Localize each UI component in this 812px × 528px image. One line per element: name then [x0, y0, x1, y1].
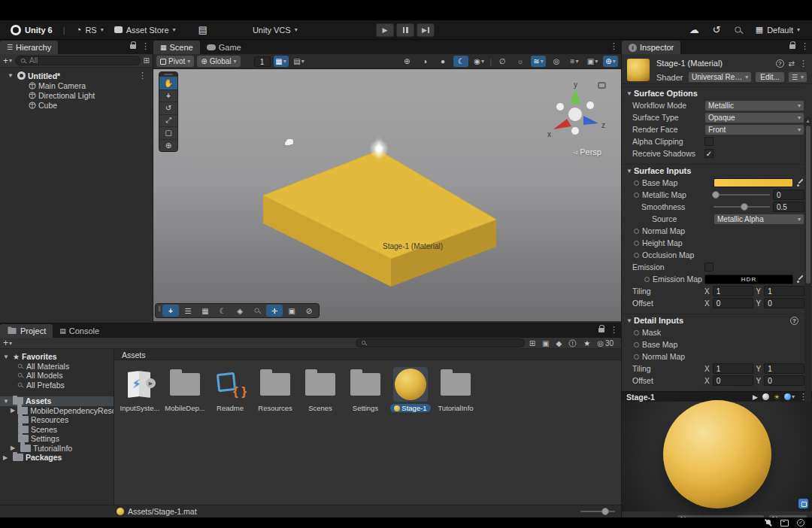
- camera-overlay-icon[interactable]: ▣: [283, 305, 300, 317]
- hierarchy-item-cube[interactable]: Cube: [0, 100, 153, 110]
- cloud-icon[interactable]: ☁: [689, 24, 699, 35]
- lighting-toggle-icon[interactable]: ☾: [453, 56, 468, 67]
- kebab-menu-icon[interactable]: ⋮: [610, 41, 618, 51]
- lock-icon[interactable]: [130, 44, 136, 49]
- hierarchy-search-input[interactable]: All: [15, 56, 141, 65]
- detail-offset-y-field[interactable]: 0: [764, 375, 804, 386]
- presets-icon[interactable]: ⇄: [789, 59, 795, 68]
- tab-project[interactable]: Project: [0, 324, 53, 338]
- asset-folder[interactable]: Scenes: [302, 367, 338, 412]
- window-icon[interactable]: ▤: [198, 24, 208, 35]
- scene-picker-icon[interactable]: ⊞: [144, 56, 150, 65]
- increment-snap-dropdown[interactable]: ▤▾: [292, 56, 307, 67]
- material-preview[interactable]: [622, 402, 812, 511]
- scale-tool-button[interactable]: ⤢: [159, 114, 177, 127]
- tab-hierarchy[interactable]: ☰ Hierarchy: [0, 41, 58, 54]
- layers-overlay-icon[interactable]: ◈: [232, 305, 248, 317]
- asset-stage1-material[interactable]: Stage-1: [392, 367, 429, 412]
- eyedropper-icon[interactable]: [796, 275, 804, 284]
- search-icon[interactable]: [734, 26, 743, 35]
- scene-visibility-icon[interactable]: ◎: [549, 56, 564, 67]
- tab-scene[interactable]: ▦ Scene: [153, 41, 200, 54]
- add-gameobject-button[interactable]: +▾: [3, 56, 12, 66]
- move-tool-button[interactable]: +: [159, 90, 177, 102]
- hand-tool-button[interactable]: ✋: [159, 77, 177, 90]
- shader-menu-dropdown[interactable]: ☰▾: [788, 71, 807, 83]
- smoothness-slider[interactable]: [714, 206, 770, 208]
- hierarchy-item-main-camera[interactable]: Main Camera: [0, 80, 153, 90]
- favorites-filter-icon[interactable]: ★: [583, 339, 590, 347]
- lighting-overlay-icon[interactable]: ☾: [214, 305, 231, 317]
- grid-snap-dropdown[interactable]: ▦▾: [274, 56, 289, 67]
- help-icon[interactable]: ?: [790, 317, 798, 325]
- kebab-menu-icon[interactable]: ⋮: [141, 41, 150, 51]
- source-dropdown[interactable]: Metallic Alpha▾: [714, 214, 804, 225]
- 2d-mode-icon[interactable]: ●: [435, 56, 450, 67]
- asset-readme[interactable]: { } Readme: [212, 367, 248, 412]
- hidden-packages-toggle[interactable]: ◎ 30: [597, 339, 614, 347]
- notifications-muted-icon[interactable]: [765, 519, 772, 526]
- tree-all-materials[interactable]: All Materials: [0, 362, 114, 372]
- surface-type-dropdown[interactable]: Opaque▾: [704, 112, 804, 123]
- preview-primitive-icon[interactable]: [762, 393, 769, 400]
- offset-y-field[interactable]: 0: [764, 298, 804, 308]
- kebab-menu-icon[interactable]: ⋮: [801, 41, 809, 51]
- shader-dropdown[interactable]: Universal Render Pip... ▾: [688, 71, 752, 83]
- tree-folder[interactable]: Scenes: [0, 425, 114, 435]
- edit-shader-button[interactable]: Edit...: [755, 71, 785, 83]
- compass-overlay-icon[interactable]: ⊘: [301, 305, 317, 317]
- overlay-drag-handle[interactable]: ‖: [157, 305, 162, 316]
- account-menu[interactable]: ◔ RS ▾: [76, 24, 104, 35]
- foldout-icon[interactable]: ▼: [8, 72, 15, 79]
- pause-button[interactable]: [396, 23, 414, 37]
- label-filter-icon[interactable]: ◆: [556, 339, 562, 347]
- layout-dropdown[interactable]: ▦ Default ▾: [756, 25, 800, 35]
- preview-play-icon[interactable]: ▶: [753, 393, 758, 401]
- asset-folder[interactable]: Resources: [257, 367, 293, 412]
- tab-inspector[interactable]: i Inspector: [622, 41, 680, 54]
- camera-dropdown-icon[interactable]: ▣▾: [585, 56, 600, 67]
- section-surface-inputs[interactable]: ▼Surface Inputs: [622, 164, 804, 177]
- workflow-mode-dropdown[interactable]: Metallic▾: [704, 100, 804, 111]
- move-overlay-icon[interactable]: +: [162, 305, 179, 317]
- scene-sprite-gizmo[interactable]: [286, 139, 293, 144]
- detail-offset-x-field[interactable]: 0: [713, 375, 753, 386]
- rect-tool-button[interactable]: ▢: [159, 126, 177, 139]
- preview-environment-dropdown[interactable]: ▾: [784, 393, 795, 400]
- projection-mode-label[interactable]: ◅ Persp: [573, 147, 601, 156]
- metallic-value-field[interactable]: 0: [773, 190, 804, 200]
- search-overlay-icon[interactable]: [249, 305, 265, 317]
- project-search-input[interactable]: [356, 338, 525, 347]
- tiling-y-field[interactable]: 1: [764, 286, 804, 296]
- vcs-menu[interactable]: Unity VCS ▾: [253, 26, 298, 35]
- kebab-menu-icon[interactable]: ⋮: [138, 71, 147, 80]
- smoothness-value-field[interactable]: 0.5: [773, 202, 804, 212]
- tree-packages[interactable]: ▶Packages: [0, 453, 114, 463]
- hierarchy-item-directional-light[interactable]: Directional Light: [0, 90, 153, 100]
- lock-icon[interactable]: [598, 328, 604, 332]
- thumbnail-size-slider[interactable]: [580, 511, 615, 512]
- asset-store-menu[interactable]: Asset Store ▾: [114, 26, 176, 35]
- emission-hdr-swatch[interactable]: HDR: [704, 275, 793, 284]
- grid-visual-icon[interactable]: ▦: [197, 305, 214, 317]
- search-by-type-icon[interactable]: ⊞: [529, 339, 535, 347]
- transform-tool-button[interactable]: ⊕: [159, 139, 177, 152]
- lock-icon[interactable]: [789, 44, 795, 49]
- tree-all-models[interactable]: All Models: [0, 371, 114, 381]
- skybox-dropdown-icon[interactable]: ≋▾: [531, 56, 546, 67]
- scene-row[interactable]: ▼ Untitled* ⋮: [0, 71, 153, 80]
- asset-inputsystem[interactable]: ⚡▶ InputSyste...: [122, 367, 158, 412]
- debug-dropdown-icon[interactable]: ◉▾: [471, 56, 486, 67]
- tree-all-prefabs[interactable]: All Prefabs: [0, 381, 114, 390]
- alpha-clipping-checkbox[interactable]: [704, 137, 714, 146]
- tree-folder[interactable]: Settings: [0, 434, 114, 444]
- light-flare-gizmo[interactable]: [369, 139, 389, 159]
- unity-menu[interactable]: Unity 6: [11, 25, 53, 35]
- console-status-icon[interactable]: [780, 520, 789, 526]
- base-map-color-swatch[interactable]: [714, 178, 793, 187]
- tree-folder[interactable]: ▶TutorialInfo: [0, 444, 114, 454]
- crosshair-overlay-icon[interactable]: ✛: [266, 305, 283, 317]
- preview-tag-icon[interactable]: [798, 499, 808, 508]
- tiling-x-field[interactable]: 1: [713, 286, 753, 296]
- shaded-wireframe-icon[interactable]: ◑: [417, 56, 432, 67]
